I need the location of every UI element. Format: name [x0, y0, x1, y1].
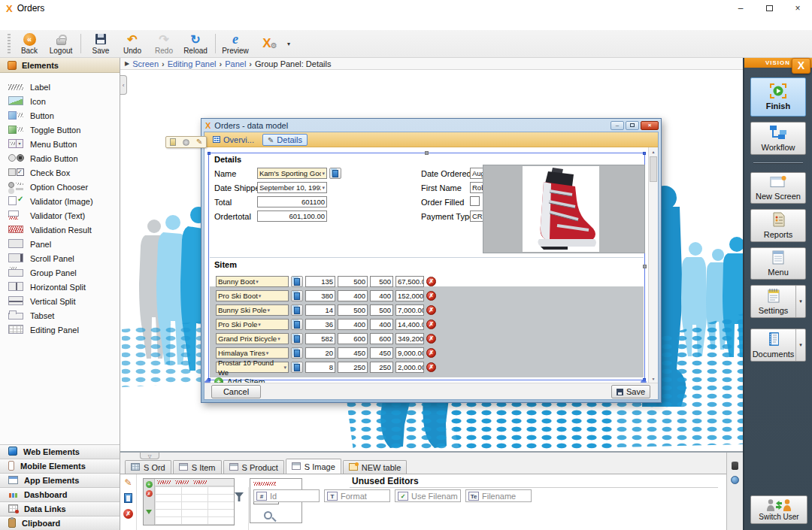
delete-row-button[interactable] [426, 348, 436, 358]
globe-icon[interactable] [731, 476, 739, 484]
vision-button[interactable]: Workflow [750, 122, 806, 155]
palette-collapse-handle[interactable] [120, 75, 127, 95]
sitem-qty-field[interactable]: 36 [305, 319, 335, 330]
unused-editor-chip[interactable]: # Id [253, 489, 320, 502]
menu-item[interactable] [66, 22, 77, 25]
menu-item[interactable] [45, 22, 56, 25]
breadcrumb-link[interactable]: Screen [132, 59, 159, 68]
scrollbar-thumb[interactable] [650, 156, 657, 182]
sitem-product-select[interactable]: Grand Prix Bicycle [216, 333, 289, 344]
sitem-total-field[interactable]: 349,200.00 [395, 333, 424, 344]
delete-row-button[interactable] [426, 305, 436, 315]
dialog-tab[interactable]: Overvi... [208, 134, 259, 146]
sitem-product-select[interactable]: Bunny Boot [216, 276, 289, 287]
total-field[interactable]: 601100 [257, 196, 327, 207]
sitem-qty-field[interactable]: 8 [305, 362, 335, 373]
palette-item[interactable]: Validator (Image) [0, 194, 120, 208]
notebook-icon[interactable] [124, 493, 132, 503]
sitem-total-field[interactable]: 14,400.00 [395, 319, 424, 330]
dialog-minimize-icon[interactable] [611, 121, 624, 130]
palette-section-header[interactable]: Web Elements [0, 444, 120, 459]
vision-button[interactable]: Documents [750, 329, 806, 362]
sitem-qty-field[interactable]: 380 [305, 290, 335, 301]
sitem-price2-field[interactable]: 450 [370, 347, 393, 359]
table-tab[interactable]: S Item [173, 460, 222, 474]
sitem-qty-field[interactable]: 20 [305, 347, 335, 359]
palette-section-header[interactable]: Dashboard [0, 487, 120, 501]
dialog-maximize-icon[interactable] [626, 121, 639, 130]
sitem-qty-field[interactable]: 135 [305, 276, 335, 287]
sitem-qty-field[interactable]: 582 [305, 333, 335, 344]
vision-x-menu-button[interactable] [251, 30, 283, 57]
sitem-price-field[interactable]: 600 [338, 333, 368, 344]
menu-item[interactable] [24, 22, 35, 25]
sitem-price2-field[interactable]: 400 [370, 290, 393, 301]
sitem-lookup-button[interactable] [291, 304, 303, 316]
date-shipped-select[interactable]: September 10, 1992, 12:00 [257, 182, 327, 193]
move-down-icon[interactable] [146, 510, 152, 514]
switch-user-button[interactable]: Switch User [750, 495, 807, 524]
database-icon[interactable] [732, 462, 738, 470]
name-lookup-button[interactable] [329, 168, 341, 179]
palette-item[interactable]: Editing Panel [0, 323, 120, 337]
unused-editor-chip[interactable]: Te Filename [465, 489, 532, 502]
palette-item[interactable]: Vertical Split [0, 294, 120, 308]
scroll-up-icon[interactable] [649, 147, 658, 156]
menu-item[interactable] [56, 22, 66, 25]
table-tab[interactable]: S Image [286, 459, 341, 474]
circle-tool-icon[interactable] [183, 139, 189, 146]
dialog-close-icon[interactable] [641, 121, 659, 130]
sitem-lookup-button[interactable] [291, 347, 303, 359]
save-button[interactable]: Save [611, 385, 650, 398]
sitem-price2-field[interactable]: 500 [370, 304, 393, 316]
toolbar-button[interactable]: Logout [45, 30, 77, 57]
toolbar-button[interactable]: Undo [117, 30, 148, 57]
toolbar-dropdown-caret[interactable] [283, 41, 295, 47]
palette-item[interactable]: Button [0, 108, 120, 123]
sitem-product-select[interactable]: Bunny Ski Pole [216, 304, 289, 316]
sitem-lookup-button[interactable] [291, 276, 303, 287]
sitem-lookup-button[interactable] [291, 290, 303, 301]
palette-header[interactable]: Elements [0, 58, 120, 73]
unused-editor-chip[interactable]: ✓ Use Filename [395, 489, 461, 502]
sitem-product-select[interactable]: Pro Ski Pole [216, 319, 289, 330]
palette-item[interactable]: Icon [0, 94, 120, 108]
table-tab[interactable]: S Ord [125, 460, 171, 474]
unused-editor-chip[interactable]: T Format [324, 489, 390, 502]
palette-item[interactable]: Radio Button [0, 151, 120, 165]
dialog-title-bar[interactable]: Orders - data model [201, 119, 661, 132]
sitem-product-select[interactable]: Prostar 10 Pound We [216, 362, 289, 373]
delete-row-button[interactable] [426, 320, 436, 329]
cancel-button[interactable]: Cancel [211, 385, 261, 398]
palette-item[interactable]: Panel [0, 237, 120, 251]
palette-section-header[interactable]: Mobile Elements [0, 459, 120, 473]
vision-button[interactable]: Finish [750, 77, 806, 117]
delete-icon[interactable] [123, 509, 133, 519]
palette-item[interactable]: Label [0, 80, 120, 94]
sitem-lookup-button[interactable] [291, 319, 303, 330]
menu-item[interactable] [35, 22, 45, 25]
scroll-down-icon[interactable] [649, 374, 658, 383]
table-widget-preview[interactable] [143, 478, 235, 525]
table-tab[interactable]: NEW table [343, 460, 408, 474]
add-sitem-button[interactable]: Add Sitem [214, 377, 265, 383]
sitem-total-field[interactable]: 2,000.00 [395, 362, 424, 373]
toolbar-button[interactable]: Back [14, 30, 45, 57]
panel-collapse-handle[interactable] [140, 453, 159, 459]
delete-row-icon[interactable] [146, 490, 153, 497]
palette-section-header[interactable]: Clipboard [0, 516, 120, 530]
dropdown-caret[interactable] [795, 329, 805, 361]
delete-row-button[interactable] [426, 277, 436, 286]
palette-item[interactable]: Validator (Text) [0, 208, 120, 223]
sitem-price-field[interactable]: 450 [338, 347, 368, 359]
dialog-scrollbar[interactable] [648, 147, 658, 383]
delete-row-button[interactable] [426, 362, 436, 372]
ordertotal-field[interactable]: 601,100.00 [257, 210, 327, 222]
toolbar-button[interactable]: Reload [180, 30, 211, 57]
breadcrumb-link[interactable]: Editing Panel [168, 59, 217, 68]
vision-button[interactable]: Settings [750, 285, 806, 318]
breadcrumb-link[interactable]: Panel [225, 59, 246, 68]
add-row-icon[interactable] [146, 481, 153, 488]
sitem-price2-field[interactable]: 250 [370, 362, 393, 373]
swatch-icon[interactable] [170, 138, 176, 146]
